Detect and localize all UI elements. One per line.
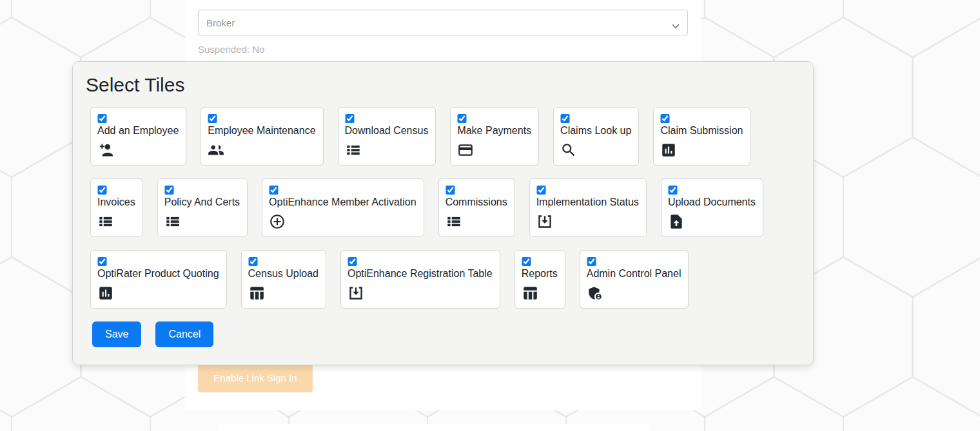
download-box-icon [536, 213, 553, 230]
tile-checkbox[interactable] [97, 186, 107, 195]
tile: Implementation Status [529, 178, 647, 237]
suspended-status-text: Suspended: No [198, 44, 264, 55]
tile-checkbox[interactable] [348, 257, 357, 266]
lower-content-card [218, 424, 651, 431]
list-icon [345, 142, 362, 158]
tile-label: OptiEnhance Registration Table [348, 267, 493, 280]
tile-checkbox[interactable] [660, 114, 670, 123]
admin-shield-icon [587, 285, 603, 302]
tile: Claim Submission [653, 107, 750, 166]
tile-row: Add an Employee Employee Maintenance Dow… [90, 107, 800, 166]
tile: OptiEnhance Registration Table [340, 250, 500, 309]
tile-label: Commissions [446, 196, 507, 209]
tile-label: Employee Maintenance [208, 124, 315, 137]
tile-checkbox[interactable] [269, 186, 279, 195]
tile-label: Upload Documents [668, 196, 756, 209]
tile-checkbox[interactable] [164, 186, 174, 195]
list-icon [97, 213, 114, 230]
download-box-icon [348, 285, 364, 302]
tile-row: Invoices Policy And Certs OptiEnhance Me… [90, 178, 800, 237]
tile-checkbox[interactable] [97, 257, 107, 266]
modal-actions: Save Cancel [92, 321, 800, 347]
tile-checkbox[interactable] [446, 186, 455, 195]
tile-checkbox[interactable] [97, 114, 107, 123]
file-upload-icon [668, 213, 685, 230]
tile: OptiEnhance Member Activation [262, 178, 424, 237]
tile-checkbox[interactable] [560, 114, 570, 123]
tile-label: Download Census [345, 124, 429, 137]
tile-checkbox[interactable] [345, 114, 355, 123]
bar-chart-icon [660, 142, 677, 158]
tile-label: Admin Control Panel [587, 267, 681, 280]
tile: Make Payments [450, 107, 539, 166]
tile: Add an Employee [90, 107, 186, 166]
tile-label: Make Payments [457, 124, 531, 137]
tile-label: Claims Look up [560, 124, 631, 137]
tile: Employee Maintenance [201, 107, 323, 166]
people-icon [208, 142, 224, 158]
person-add-icon [97, 142, 114, 158]
add-circle-icon [269, 213, 286, 230]
tile-checkbox[interactable] [668, 186, 678, 195]
modal-title: Select Tiles [86, 72, 800, 98]
tile-label: Census Upload [248, 267, 318, 280]
tile: Upload Documents [661, 178, 763, 237]
list-icon [446, 213, 462, 230]
tile-checkbox[interactable] [208, 114, 217, 123]
tile-label: Implementation Status [536, 196, 639, 209]
tile: Policy And Certs [157, 178, 248, 237]
table-icon [248, 285, 265, 302]
tile: Census Upload [241, 250, 326, 309]
tile-label: Reports [522, 267, 558, 280]
list-icon [164, 213, 181, 230]
tile: Commissions [438, 178, 515, 237]
tile-checkbox[interactable] [536, 186, 546, 195]
save-button[interactable]: Save [92, 321, 141, 347]
search-icon [560, 142, 577, 158]
tile-checkbox[interactable] [457, 114, 467, 123]
enable-link-sign-in-button[interactable]: Enable Link Sign In [198, 363, 313, 392]
tile-label: Add an Employee [97, 124, 179, 137]
bar-chart-icon [97, 285, 114, 302]
table-icon [522, 285, 538, 302]
tile-label: Claim Submission [660, 124, 743, 137]
tile-label: Policy And Certs [164, 196, 240, 209]
tile: Admin Control Panel [580, 250, 689, 309]
tile-row: OptiRater Product Quoting Census Upload … [90, 250, 800, 309]
select-tiles-modal: Select Tiles Add an Employee Employee Ma… [72, 61, 814, 365]
tile-checkbox[interactable] [587, 257, 596, 266]
tile-checkbox[interactable] [522, 257, 531, 266]
tile: Invoices [90, 178, 143, 237]
broker-select[interactable]: Broker [198, 10, 688, 35]
tile: Reports [514, 250, 565, 309]
tile-label: Invoices [97, 196, 135, 209]
tile: OptiRater Product Quoting [90, 250, 227, 309]
tile-rows: Add an Employee Employee Maintenance Dow… [90, 107, 800, 309]
credit-card-icon [457, 142, 474, 158]
tile-label: OptiRater Product Quoting [97, 267, 219, 280]
cancel-button[interactable]: Cancel [155, 321, 213, 347]
tile-checkbox[interactable] [248, 257, 258, 266]
tile: Claims Look up [553, 107, 639, 166]
tile-label: OptiEnhance Member Activation [269, 196, 416, 209]
tile: Download Census [338, 107, 436, 166]
